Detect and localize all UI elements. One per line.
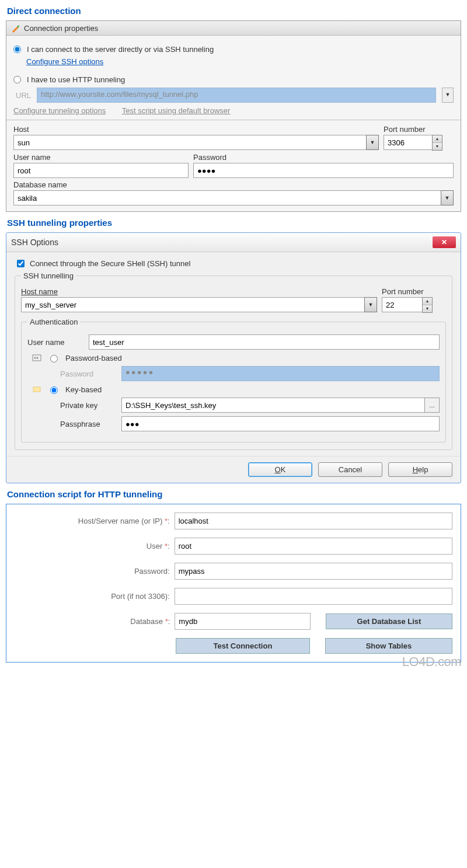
ssh-options-dialog: SSH Options ✕ Connect through the Secure…: [6, 232, 461, 483]
port-spinner[interactable]: ▲▼: [432, 135, 442, 151]
http-pass-input[interactable]: [175, 563, 452, 580]
http-pass-label: Password:: [15, 567, 175, 576]
radio-direct[interactable]: [13, 46, 21, 53]
http-user-input[interactable]: [175, 538, 452, 555]
ssh-port-spinner[interactable]: ▲▼: [422, 297, 433, 313]
help-button[interactable]: Help: [388, 462, 452, 477]
ssh-enable-checkbox[interactable]: [17, 260, 25, 267]
password-icon: [32, 353, 41, 362]
configure-tunnel-link: Configure tunneling options: [13, 106, 106, 115]
ssh-enable-label: Connect through the Secure SHell (SSH) t…: [30, 259, 190, 268]
http-host-input[interactable]: [175, 513, 452, 529]
ok-button[interactable]: OK: [248, 462, 312, 477]
port-label: Port number: [384, 125, 454, 134]
http-tunnel-form: Host/Server name (or IP) *: User *: Pass…: [6, 504, 461, 663]
passphrase-input[interactable]: [121, 416, 440, 431]
ssh-password-input: ●●●●●: [121, 366, 440, 381]
connection-properties-panel: Connection properties I can connect to t…: [6, 20, 461, 212]
ssh-host-dropdown-btn[interactable]: ▼: [364, 297, 377, 312]
cancel-button[interactable]: Cancel: [318, 462, 382, 477]
database-input[interactable]: [13, 190, 441, 205]
host-input[interactable]: [13, 135, 366, 150]
close-icon: ✕: [441, 238, 447, 246]
password-based-label: Password-based: [65, 354, 122, 362]
ssh-host-label: Host name: [21, 287, 377, 296]
key-based-label: Key-based: [65, 385, 102, 394]
svg-marker-0: [12, 27, 18, 33]
section-direct-title: Direct connection: [7, 6, 460, 16]
auth-legend: Authentication: [27, 318, 80, 326]
database-dropdown-btn[interactable]: ▼: [441, 190, 454, 205]
radio-direct-label: I can connect to the server directly or …: [27, 45, 214, 54]
test-connection-button[interactable]: Test Connection: [176, 638, 310, 654]
configure-ssh-link[interactable]: Configure SSH options: [26, 57, 454, 66]
browse-button[interactable]: …: [424, 398, 440, 413]
radio-key-based[interactable]: [50, 386, 58, 394]
password-input[interactable]: [193, 163, 454, 178]
svg-rect-5: [33, 387, 40, 392]
http-db-input[interactable]: [175, 613, 311, 630]
url-input: http://www.yoursite.com/files/mysql_tunn…: [37, 88, 436, 103]
ssh-fieldset-legend: SSH tunnelling: [21, 271, 76, 280]
http-db-label: Database *:: [15, 617, 175, 626]
watermark: LO4D.com: [402, 654, 461, 670]
radio-http-label: I have to use HTTP tunneling: [27, 75, 125, 84]
url-label: URL: [16, 91, 31, 100]
radio-password-based[interactable]: [50, 355, 58, 362]
panel-header: Connection properties: [6, 21, 461, 36]
http-port-input[interactable]: [175, 588, 452, 605]
panel-header-text: Connection properties: [24, 24, 98, 33]
show-tables-button[interactable]: Show Tables: [325, 638, 452, 654]
private-key-label: Private key: [60, 401, 116, 410]
host-dropdown-btn[interactable]: ▼: [366, 135, 379, 150]
port-input[interactable]: [384, 135, 432, 150]
url-dropdown-btn: ▼: [442, 88, 454, 103]
get-db-list-button[interactable]: Get Database List: [326, 613, 452, 629]
ssh-user-input[interactable]: [89, 334, 440, 350]
username-input[interactable]: [13, 163, 189, 178]
ssh-tunnelling-fieldset: SSH tunnelling Host name ▼ Port number ▲…: [15, 271, 452, 450]
database-label: Database name: [13, 180, 454, 189]
ssh-user-label: User name: [27, 338, 83, 347]
password-label: Password: [193, 153, 454, 162]
ssh-password-label: Password: [60, 369, 116, 378]
carrot-icon: [11, 23, 20, 33]
section-http-title: Connection script for HTTP tunneling: [7, 489, 460, 499]
close-button[interactable]: ✕: [433, 236, 456, 248]
test-script-link: Test script using default browser: [122, 106, 231, 115]
ssh-port-label: Port number: [382, 287, 446, 296]
ssh-port-input[interactable]: [382, 297, 422, 312]
section-ssh-title: SSH tunneling properties: [7, 218, 460, 228]
ssh-host-input[interactable]: [21, 297, 364, 312]
passphrase-label: Passphrase: [60, 420, 116, 428]
auth-fieldset: Authentication User name Password-based …: [21, 318, 446, 442]
key-icon: [32, 385, 41, 394]
svg-point-4: [37, 357, 39, 359]
username-label: User name: [13, 153, 189, 162]
http-user-label: User *:: [15, 542, 175, 550]
private-key-input[interactable]: [121, 398, 424, 413]
http-port-label: Port (if not 3306):: [15, 592, 175, 601]
ssh-dialog-title: SSH Options: [11, 238, 58, 247]
svg-point-3: [34, 357, 36, 359]
radio-http[interactable]: [13, 76, 21, 83]
host-label: Host: [13, 125, 379, 134]
http-host-label: Host/Server name (or IP) *:: [15, 517, 175, 525]
